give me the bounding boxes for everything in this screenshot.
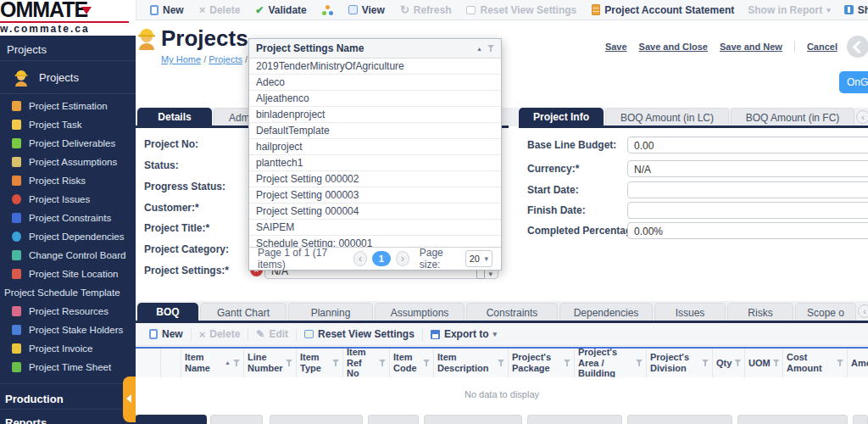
sidebar-item-project-stake-holders[interactable]: Project Stake Holders xyxy=(0,321,136,339)
completed-percentage-field[interactable]: 0.00% xyxy=(627,222,868,239)
back-button[interactable] xyxy=(847,36,868,58)
tab-scroll-left-button[interactable]: ‹ xyxy=(856,110,868,124)
start-date-field[interactable] xyxy=(627,181,868,198)
delete-button[interactable]: ×Delete xyxy=(192,4,248,16)
tab-constraints[interactable]: Constraints xyxy=(466,303,558,321)
base-line-budget-field[interactable]: 0.00 xyxy=(627,137,868,153)
filter-icon[interactable] xyxy=(773,360,780,366)
dropdown-option[interactable]: binladenproject xyxy=(249,107,501,123)
grid-delete-button[interactable]: ×Delete xyxy=(192,328,248,340)
tab-assumptions[interactable]: Assumptions xyxy=(375,303,465,321)
sidebar-module-projects[interactable]: Projects xyxy=(0,62,136,94)
tab-gantt-chart[interactable]: Gantt Chart xyxy=(200,303,287,321)
sidebar-item-project-time-sheet[interactable]: Project Time Sheet xyxy=(0,358,136,377)
sidebar-item-project-risks[interactable]: Project Risks xyxy=(0,171,136,190)
partial-tab[interactable] xyxy=(853,415,868,424)
partial-tab[interactable] xyxy=(270,415,363,424)
finish-date-field[interactable] xyxy=(627,202,868,219)
sidebar-item-project-invoice[interactable]: Project Invoice xyxy=(0,339,136,358)
filter-icon[interactable] xyxy=(564,360,570,366)
column-header-qty[interactable]: Qty xyxy=(713,349,745,377)
filter-icon[interactable] xyxy=(636,360,643,366)
partial-tab[interactable] xyxy=(368,415,419,424)
validate-button[interactable]: ✔Validate xyxy=(248,4,313,16)
tab-dependencies[interactable]: Dependencies xyxy=(559,303,653,321)
pager-prev-button[interactable]: ‹ xyxy=(353,251,367,266)
tab-risks[interactable]: Risks xyxy=(727,303,793,321)
filter-icon[interactable] xyxy=(332,360,339,366)
sidebar-item-project-assumptions[interactable]: Project Assumptions xyxy=(0,153,136,171)
sidebar-item-project-schedule-template[interactable]: Project Schedule Template xyxy=(0,283,136,302)
dropdown-option[interactable]: Schedule Setting: 000001 xyxy=(249,236,501,247)
sidebar-item-project-issues[interactable]: Project Issues xyxy=(0,190,136,209)
sort-ascending-icon[interactable]: ▲ xyxy=(476,46,482,52)
project-account-statement-button[interactable]: Project Account Statement xyxy=(585,4,741,16)
save-and-new-button[interactable]: Save and New xyxy=(720,42,782,52)
save-and-close-button[interactable]: Save and Close xyxy=(639,42,708,52)
dropdown-option[interactable]: DefaultTemplate xyxy=(249,123,501,139)
dropdown-header[interactable]: Project Settings Name ▲ xyxy=(249,39,501,59)
sidebar-item-project-estimation[interactable]: Project Estimation xyxy=(0,97,136,115)
tab-scope[interactable]: Scope o xyxy=(795,303,856,321)
column-header-item-name[interactable]: Item Name▲ xyxy=(181,349,244,377)
dropdown-option[interactable]: hailproject xyxy=(249,139,501,155)
tab-planning[interactable]: Planning xyxy=(288,303,373,321)
column-header-item-ref-no[interactable]: Item Ref No xyxy=(343,349,390,377)
grid-edit-button[interactable]: ✎Edit xyxy=(249,328,295,340)
filter-icon[interactable] xyxy=(487,45,494,52)
column-header-item-code[interactable]: Item Code xyxy=(390,349,434,377)
sidebar-section-production[interactable]: Production xyxy=(5,393,64,405)
tab-issues[interactable]: Issues xyxy=(654,303,726,321)
partial-tab[interactable] xyxy=(737,415,848,424)
dropdown-option[interactable]: SAIPEM xyxy=(249,220,501,236)
breadcrumb-projects[interactable]: Projects xyxy=(209,54,242,64)
column-header-cost-amount[interactable]: Cost Amount xyxy=(783,349,848,377)
sidebar-section-reports[interactable]: Reports xyxy=(5,416,47,424)
dropdown-option[interactable]: planttech1 xyxy=(249,155,501,171)
dropdown-option[interactable]: Aljeathenco xyxy=(249,91,501,107)
partial-tab[interactable] xyxy=(527,415,622,424)
show-in-report-button[interactable]: Show in Report▾ xyxy=(741,4,837,16)
page-size-select[interactable]: 20▾ xyxy=(465,250,492,267)
sidebar-item-project-task[interactable]: Project Task xyxy=(0,115,136,134)
partial-tab[interactable] xyxy=(627,415,732,424)
partial-tab[interactable] xyxy=(424,415,522,424)
dropdown-option[interactable]: Project Setting 000002 xyxy=(249,171,501,187)
column-header-line-number[interactable]: Line Number xyxy=(244,349,297,377)
column-header-projects-area-building[interactable]: Project's Area / Building xyxy=(575,349,647,377)
ongoing-status-button[interactable]: OnGo xyxy=(839,71,868,93)
filter-icon[interactable] xyxy=(837,360,843,366)
tab-details[interactable]: Details xyxy=(137,108,212,126)
column-header-item-type[interactable]: Item Type xyxy=(297,349,343,377)
sidebar-item-project-dependencies[interactable]: Project Dependencies xyxy=(0,227,136,246)
sidebar-item-project-constraints[interactable]: Project Constraints xyxy=(0,209,136,227)
grid-new-button[interactable]: New xyxy=(142,328,190,340)
cancel-button[interactable]: Cancel xyxy=(807,42,837,52)
tab-boq-amount-lc[interactable]: BOQ Amount (in LC) xyxy=(605,108,729,126)
filter-icon[interactable] xyxy=(233,360,240,366)
partial-tab[interactable] xyxy=(210,415,263,424)
bottom-tab-scroll-left-button[interactable]: ‹ xyxy=(858,304,868,318)
save-button[interactable]: Save xyxy=(605,42,627,52)
hierarchy-button[interactable] xyxy=(315,5,340,15)
refresh-button[interactable]: ↻Refresh xyxy=(393,4,459,16)
tab-project-info[interactable]: Project Info xyxy=(519,108,604,126)
view-button[interactable]: View xyxy=(342,4,392,16)
column-header-item-description[interactable]: Item Description xyxy=(434,349,509,377)
filter-icon[interactable] xyxy=(498,360,504,366)
column-header-projects-package[interactable]: Project's Package xyxy=(509,349,575,377)
filter-icon[interactable] xyxy=(734,360,741,366)
currency-field[interactable]: N/A xyxy=(627,160,868,177)
sidebar-item-change-control-board[interactable]: Change Control Board xyxy=(0,246,136,265)
sidebar-item-project-site-location[interactable]: Project Site Location xyxy=(0,265,136,283)
filter-icon[interactable] xyxy=(423,360,430,366)
reset-view-settings-button[interactable]: Reset View Settings xyxy=(459,4,583,16)
grid-reset-view-settings-button[interactable]: Reset View Settings xyxy=(298,328,421,340)
dropdown-option[interactable]: 2019TenderMinistryOfAgriculture xyxy=(249,59,501,75)
sidebar-item-project-deliverables[interactable]: Project Deliverables xyxy=(0,134,136,153)
sidebar-item-project-resources[interactable]: Project Resources xyxy=(0,302,136,321)
filter-icon[interactable] xyxy=(702,360,709,366)
column-header-uom[interactable]: UOM xyxy=(745,349,783,377)
dropdown-option[interactable]: Project Setting 000004 xyxy=(249,204,501,220)
show-audit-logs-button[interactable]: Show Audit Logs xyxy=(837,4,868,16)
